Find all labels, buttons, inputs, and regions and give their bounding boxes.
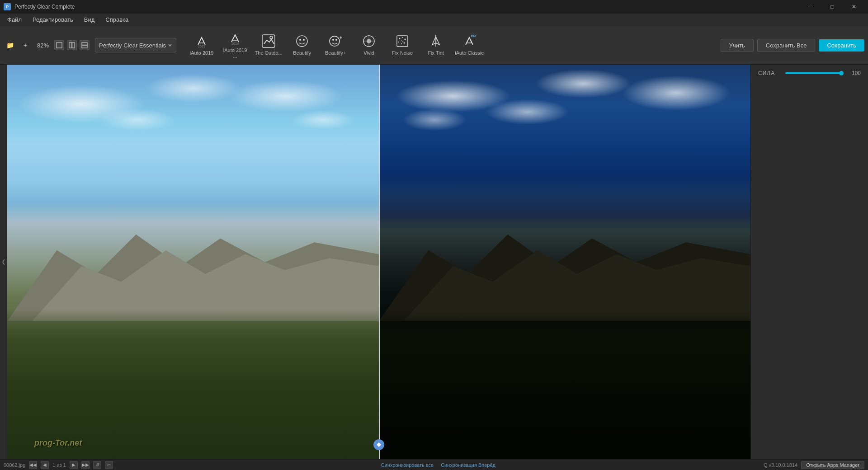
svg-point-14 (332, 39, 334, 41)
split-divider[interactable] (379, 65, 380, 459)
clouds-after (379, 65, 750, 222)
preset-tool-iauto2019b-label: iAuto 2019 ... (221, 47, 250, 59)
app-icon: P (4, 3, 11, 10)
toolbar-right: Учить Сохранить Все Сохранить (721, 39, 864, 52)
svg-text:2019: 2019 (198, 45, 205, 48)
preset-tool-iauto2019b[interactable]: 2019 iAuto 2019 ... (219, 28, 251, 62)
page-info-label: 1 из 1 (52, 462, 66, 468)
before-image (7, 65, 379, 459)
strength-slider[interactable] (785, 72, 844, 74)
nav-next-next-button[interactable]: ▶▶ (81, 461, 90, 469)
title-text: Perfectly Clear Complete (14, 4, 75, 10)
vivid-icon (362, 34, 376, 48)
svg-rect-4 (82, 46, 87, 48)
preset-tool-iauto2019[interactable]: 2019 iAuto 2019 (185, 28, 218, 62)
beautify-icon (295, 34, 309, 48)
svg-point-12 (330, 36, 340, 46)
preset-tool-iauto-classic[interactable]: HD iAuto Classic (453, 28, 486, 62)
preset-tool-fixtint-label: Fix Tint (428, 50, 443, 56)
view-split-v-button[interactable] (80, 40, 90, 50)
menu-view[interactable]: Вид (79, 14, 100, 25)
svg-point-22 (398, 42, 399, 42)
menu-edit[interactable]: Редактировать (27, 14, 79, 25)
status-right: Q v3.10.0.1814 Открыть Apps Manager (764, 461, 864, 469)
learn-button[interactable]: Учить (721, 39, 754, 52)
close-button[interactable]: ✕ (844, 0, 864, 14)
iauto2019b-icon: 2019 (228, 31, 242, 46)
menu-help[interactable]: Справка (100, 14, 134, 25)
filename-label: 00062.jpg (4, 462, 25, 468)
preset-tool-beautifyplus[interactable]: + Beautify+ (319, 28, 352, 62)
sync-forward-link[interactable]: Синхронизация Вперёд (441, 462, 495, 468)
mountains-after (379, 203, 750, 321)
iauto2019-icon: 2019 (194, 34, 209, 48)
status-bar: 00062.jpg ◀◀ ◀ 1 из 1 ▶ ▶▶ ↺ ⤺ Синхрониз… (0, 459, 868, 470)
preset-tool-outdoor-label: The Outdo... (255, 50, 283, 56)
divider-diamond-icon (376, 442, 382, 447)
preset-selector[interactable]: Perfectly Clear Essentials (95, 38, 176, 52)
nav-prev-button[interactable]: ◀ (41, 461, 49, 469)
maximize-button[interactable]: □ (822, 0, 843, 14)
svg-marker-31 (377, 442, 381, 447)
title-bar-left: P Perfectly Clear Complete (4, 3, 75, 10)
strength-label: СИЛА (758, 70, 781, 76)
svg-point-21 (405, 39, 406, 40)
strength-fill (785, 72, 844, 74)
preset-tool-fixnoise[interactable]: Fix Noise (386, 28, 419, 62)
preset-tool-beautify-label: Beautify (293, 50, 311, 56)
strength-value: 100 (848, 70, 861, 76)
toolbar-file-button[interactable]: 📁 (4, 39, 16, 52)
svg-text:+: + (340, 35, 342, 40)
fixtint-icon (429, 34, 443, 48)
beautifyplus-icon: + (328, 34, 343, 48)
svg-point-10 (299, 39, 301, 41)
zoom-display: 82% (34, 42, 52, 49)
nav-refresh-button[interactable]: ↺ (93, 461, 101, 469)
main-area: prog-Tor.net СИЛА 100 (0, 65, 868, 459)
nav-prev-prev-button[interactable]: ◀◀ (29, 461, 37, 469)
title-bar: P Perfectly Clear Complete — □ ✕ (0, 0, 868, 14)
title-bar-controls[interactable]: — □ ✕ (800, 0, 864, 14)
preset-tool-fixtint[interactable]: Fix Tint (420, 28, 452, 62)
strength-panel: СИЛА 100 (751, 65, 868, 82)
save-all-button[interactable]: Сохранить Все (757, 39, 816, 52)
preset-tool-iauto-classic-label: iAuto Classic (455, 50, 484, 56)
toolbar-add-button[interactable]: + (19, 39, 32, 52)
svg-rect-0 (57, 42, 62, 48)
preset-tool-outdoor[interactable]: The Outdo... (252, 28, 285, 62)
nav-next-button[interactable]: ▶ (70, 461, 78, 469)
svg-point-15 (335, 39, 337, 41)
chevron-down-icon (168, 43, 172, 47)
outdoor-icon (261, 34, 276, 48)
mountains-before (7, 203, 379, 321)
right-panel: СИЛА 100 (750, 65, 868, 459)
split-view (7, 65, 750, 459)
svg-rect-1 (69, 42, 72, 48)
canvas-area[interactable]: prog-Tor.net (7, 65, 750, 459)
preset-tool-beautifyplus-label: Beautify+ (325, 50, 346, 56)
nav-sync-button[interactable]: ⤺ (105, 461, 113, 469)
view-single-button[interactable] (54, 40, 64, 50)
save-button[interactable]: Сохранить (819, 39, 864, 52)
svg-point-11 (303, 39, 305, 41)
svg-point-23 (404, 42, 405, 44)
preset-name: Perfectly Clear Essentials (99, 42, 166, 49)
menu-bar: Файл Редактировать Вид Справка (0, 14, 868, 26)
version-label: Q v3.10.0.1814 (764, 462, 797, 468)
divider-handle[interactable] (373, 439, 384, 450)
after-panel (379, 65, 750, 459)
status-left: 00062.jpg ◀◀ ◀ 1 из 1 ▶ ▶▶ ↺ ⤺ (4, 461, 113, 469)
svg-line-25 (401, 40, 403, 42)
left-panel-toggle[interactable] (0, 65, 7, 459)
svg-point-9 (297, 36, 307, 47)
sync-all-link[interactable]: Синхронизировать все (381, 462, 434, 468)
menu-file[interactable]: Файл (2, 14, 27, 25)
minimize-button[interactable]: — (800, 0, 821, 14)
folder-icon: 📁 (6, 42, 14, 49)
view-split-h-button[interactable] (67, 40, 77, 50)
toolbar: 📁 + 82% Perfectly Clear Essentials 2019 … (0, 26, 868, 65)
svg-point-20 (402, 37, 403, 38)
open-apps-manager-button[interactable]: Открыть Apps Manager (801, 461, 864, 469)
preset-tool-vivid[interactable]: Vivid (353, 28, 385, 62)
preset-tool-beautify[interactable]: Beautify (286, 28, 318, 62)
